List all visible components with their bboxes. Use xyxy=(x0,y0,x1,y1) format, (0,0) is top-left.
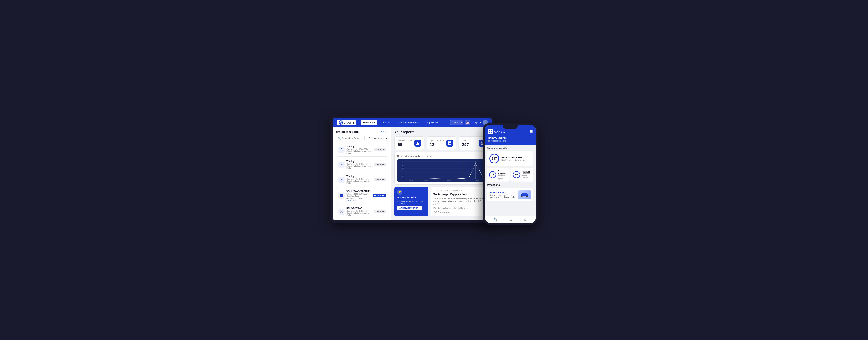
see-all-link[interactable]: See all xyxy=(381,130,388,133)
report-info-4: VOLKSWAGEN GOLF Creation date: 08/08/202… xyxy=(346,190,371,201)
contact-button[interactable]: CONTACTEZ-NOUS ! xyxy=(397,206,422,210)
flag-selector[interactable]: 🇺🇸 xyxy=(465,120,470,125)
stat-value-3: 257 xyxy=(462,142,470,147)
logo-text: CARVIZ xyxy=(344,121,354,124)
tablet: CARVIZ Dashboard Folders Teams & dealers… xyxy=(331,115,494,223)
sidebar-title: My latest reports xyxy=(336,130,359,133)
svg-text:10: 10 xyxy=(402,175,403,177)
peugeot-icon xyxy=(339,208,344,215)
report-date-1: Creation date: 08/08/2024 xyxy=(346,148,373,150)
report-card-4[interactable]: VW VOLKSWAGEN GOLF Creation date: 08/08/… xyxy=(336,188,388,203)
my-actions-title: My actions xyxy=(487,183,533,186)
phone-bottom-bar: 🔍 ⊞ ⊟ xyxy=(485,216,536,223)
reports-available-title: Reports available xyxy=(501,156,525,159)
hamburger-menu[interactable]: ☰ xyxy=(530,130,533,134)
start-report-card[interactable]: Start a Report Start your new report to … xyxy=(487,188,533,201)
company-select[interactable]: Carviz xyxy=(450,120,463,125)
nav-folders[interactable]: Folders xyxy=(380,120,392,125)
nav-teams[interactable]: Teams & dealerships xyxy=(395,120,421,125)
scene: CARVIZ Dashboard Folders Teams & dealers… xyxy=(331,115,537,225)
report-name-5: PEUGEOT 207 xyxy=(346,207,373,210)
report-dealer-3: Compte Admin - Alloccasions Paris xyxy=(346,180,373,184)
estimated-price: 2322.17 € xyxy=(346,199,371,201)
grid-bottom-icon[interactable]: ⊞ xyxy=(510,218,512,221)
report-card-5[interactable]: PEUGEOT 207 Creation date: 08/08/2024 Co… xyxy=(336,205,388,218)
phone-dealer: 🏢 Alloccasions Paris xyxy=(488,140,533,142)
svg-point-0 xyxy=(340,121,342,124)
search-bottom-icon[interactable]: 🔍 xyxy=(494,218,498,221)
report-card-3[interactable]: Waiting... Creation date: 08/08/2024 Com… xyxy=(336,173,388,186)
svg-text:2024-06: 2024-06 xyxy=(462,180,466,181)
svg-text:VW: VW xyxy=(341,195,342,196)
sidebar-filters: 🔍 Toutes marques xyxy=(336,136,388,141)
tablet-screen: CARVIZ Dashboard Folders Teams & dealers… xyxy=(333,118,492,220)
svg-text:2024-05: 2024-05 xyxy=(446,180,450,181)
report-dealer-1: Compte Admin - Alloccasions Paris xyxy=(346,150,373,154)
app-title: Télécharger l'application xyxy=(433,193,486,196)
hourglass-icon xyxy=(339,147,344,153)
stat-label-3: Rappo... xyxy=(462,139,470,141)
report-date-2: Creation date: 08/08/2024 xyxy=(346,163,373,165)
comp-label: Comp... ▾ xyxy=(472,121,481,124)
stat-label-2: Current reports xyxy=(430,139,444,141)
suggestion-text: Utiliser ce formulaire pour nous contact… xyxy=(397,200,426,204)
report-name-3: Waiting... xyxy=(346,175,373,178)
report-info-5: PEUGEOT 207 Creation date: 08/08/2024 Co… xyxy=(346,207,373,216)
svg-point-27 xyxy=(522,196,523,197)
nav-right: Carviz 🇺🇸 Comp... ▾ xyxy=(450,120,488,125)
logo: CARVIZ xyxy=(337,120,356,125)
reports-2024-icon xyxy=(414,140,421,146)
in-progress-number: 12 xyxy=(489,171,496,178)
phone-body: Track your activity 257 Reports availabl… xyxy=(485,145,536,216)
car-thumbnail xyxy=(518,191,531,199)
phone-logo: CARVIZ xyxy=(488,129,505,134)
in-progress-card: 12 In progress Number of current reports xyxy=(487,168,509,181)
svg-point-22 xyxy=(489,130,492,133)
svg-point-28 xyxy=(527,196,527,197)
current-reports-icon xyxy=(446,140,453,146)
report-dealer-4: Compte Admin - Alloccasions Paris xyxy=(346,195,371,199)
mini-stats-row: 12 In progress Number of current reports… xyxy=(487,168,533,181)
report-card-1[interactable]: Waiting... Creation date: 08/08/2024 Com… xyxy=(336,143,388,157)
phone-screen: CARVIZ ☰ Compte Admin 🏢 Alloccasions Par… xyxy=(485,125,536,223)
suggestion-title: Une suggestion ? xyxy=(397,196,426,199)
phone-notch xyxy=(503,125,518,129)
search-input[interactable] xyxy=(342,137,363,139)
brand-select[interactable]: Toutes marques xyxy=(366,136,388,141)
svg-rect-24 xyxy=(522,193,527,195)
reports-available-card: 257 Reports available Number of reports … xyxy=(487,151,533,166)
finished-subtitle: Number of reports finalized xyxy=(522,173,532,178)
start-report-subtitle: Start your new report to inspect your ve… xyxy=(489,194,516,198)
sidebar: My latest reports See all 🔍 Toutes marqu… xyxy=(333,127,392,220)
app-more: Plus d'information sur notre site Carviz… xyxy=(433,207,486,209)
reports-available-info: Reports available Number of reports rema… xyxy=(501,156,525,161)
stat-value-2: 12 xyxy=(430,142,444,147)
status-badge-1: CREATED xyxy=(374,148,386,151)
nav-organization[interactable]: Organization xyxy=(424,120,441,125)
svg-text:40: 40 xyxy=(402,164,403,166)
phone-logo-text: CARVIZ xyxy=(494,130,505,133)
report-card-2[interactable]: Waiting... Creation date: 08/08/2024 Com… xyxy=(336,158,388,171)
report-info-3: Waiting... Creation date: 08/08/2024 Com… xyxy=(346,175,373,184)
report-name-4: VOLKSWAGEN GOLF xyxy=(346,190,371,193)
finished-number: 96 xyxy=(513,171,520,178)
phone-logo-icon xyxy=(488,129,493,134)
layout-bottom-icon[interactable]: ⊟ xyxy=(524,218,527,221)
logo-icon xyxy=(339,120,343,125)
status-badge-4: ESTIMATED xyxy=(373,194,386,197)
nav-dashboard[interactable]: Dashboard xyxy=(361,120,377,125)
report-dealer-5: Compte Admin - Alloccasions Paris xyxy=(346,212,373,216)
phone: CARVIZ ☰ Compte Admin 🏢 Alloccasions Par… xyxy=(483,123,537,225)
hourglass-icon-3 xyxy=(339,176,344,182)
chart-label: Number of reports produced per month xyxy=(397,155,486,157)
stat-label-1: Reports in 2024 xyxy=(398,139,412,141)
right-panel: Your reports Reports in 2024 98 xyxy=(392,127,492,220)
svg-text:30: 30 xyxy=(402,168,403,170)
svg-text:2024-07: 2024-07 xyxy=(475,180,479,181)
reports-available-number: 257 xyxy=(489,154,499,164)
stats-row: Reports in 2024 98 Current reports 12 xyxy=(395,136,489,150)
finished-info: Finished Number of reports finalized xyxy=(522,171,532,178)
phone-user-bar: Compte Admin 🏢 Alloccasions Paris xyxy=(485,137,536,145)
svg-text:0: 0 xyxy=(403,177,403,179)
stat-card-2: Current reports 12 xyxy=(427,136,457,150)
